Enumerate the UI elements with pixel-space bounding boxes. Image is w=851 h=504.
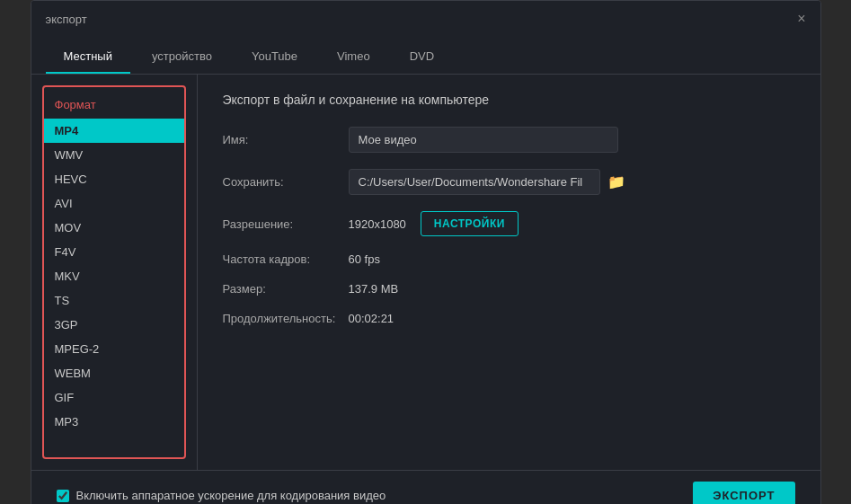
format-list-border: Формат MP4 WMV HEVC AVI MOV F4V MKV TS 3…: [42, 85, 186, 459]
duration-value: 00:02:21: [349, 312, 394, 325]
close-button[interactable]: ×: [797, 12, 805, 37]
format-item-avi[interactable]: AVI: [44, 191, 184, 216]
tab-device[interactable]: устройство: [134, 42, 230, 74]
size-field-row: Размер: 137.9 MB: [223, 282, 795, 296]
section-title: Экспорт в файл и сохранение на компьютер…: [223, 93, 795, 107]
format-item-3gp[interactable]: 3GP: [44, 313, 184, 337]
format-item-webm[interactable]: WEBM: [44, 361, 184, 385]
export-button[interactable]: ЭКСПОРТ: [693, 482, 794, 504]
format-item-mov[interactable]: MOV: [44, 216, 184, 240]
format-item-hevc[interactable]: HEVC: [44, 167, 184, 191]
size-label: Размер:: [223, 282, 349, 296]
resolution-label: Разрешение:: [223, 217, 349, 231]
tab-dvd[interactable]: DVD: [392, 42, 452, 74]
title-tabs-row: экспорт × Местный устройство YouTube Vim…: [46, 12, 806, 74]
fps-label: Частота кадров:: [223, 252, 349, 266]
hardware-acceleration-text: Включить аппаратное ускорение для кодиро…: [76, 489, 386, 502]
resolution-value: 1920x1080: [349, 217, 406, 231]
save-field-row: Сохранить: 📁: [223, 169, 795, 195]
save-path-container: 📁: [349, 169, 625, 195]
format-item-ts[interactable]: TS: [44, 288, 184, 313]
tab-bar: Местный устройство YouTube Vimeo DVD: [46, 42, 806, 74]
export-settings-panel: Экспорт в файл и сохранение на компьютер…: [198, 75, 820, 470]
duration-field-row: Продолжительность: 00:02:21: [223, 312, 795, 325]
bottom-bar: Включить аппаратное ускорение для кодиро…: [31, 470, 820, 504]
tab-youtube[interactable]: YouTube: [234, 42, 315, 74]
format-item-wmv[interactable]: WMV: [44, 143, 184, 167]
name-field-row: Имя:: [223, 127, 795, 153]
format-item-mp3[interactable]: MP3: [44, 410, 184, 434]
format-item-gif[interactable]: GIF: [44, 385, 184, 410]
resolution-controls: 1920x1080 НАСТРОЙКИ: [349, 211, 519, 236]
format-item-mkv[interactable]: MKV: [44, 264, 184, 288]
window-title: экспорт: [46, 13, 87, 37]
format-item-mp4[interactable]: MP4: [44, 119, 184, 143]
duration-label: Продолжительность:: [223, 312, 349, 325]
tab-vimeo[interactable]: Vimeo: [319, 42, 388, 74]
save-label: Сохранить:: [223, 175, 349, 189]
hardware-acceleration-label[interactable]: Включить аппаратное ускорение для кодиро…: [57, 489, 386, 502]
format-item-f4v[interactable]: F4V: [44, 240, 184, 264]
fps-field-row: Частота кадров: 60 fps: [223, 252, 795, 266]
title-bar: экспорт × Местный устройство YouTube Vim…: [31, 1, 820, 75]
tab-local[interactable]: Местный: [46, 42, 130, 74]
name-input[interactable]: [349, 127, 618, 153]
settings-button[interactable]: НАСТРОЙКИ: [421, 211, 519, 236]
export-window: экспорт × Местный устройство YouTube Vim…: [31, 0, 821, 504]
hardware-acceleration-checkbox[interactable]: [57, 490, 69, 502]
format-sidebar: Формат MP4 WMV HEVC AVI MOV F4V MKV TS 3…: [31, 75, 198, 470]
size-value: 137.9 MB: [349, 282, 399, 296]
folder-icon[interactable]: 📁: [607, 173, 625, 190]
format-header: Формат: [44, 94, 184, 119]
fps-value: 60 fps: [349, 252, 380, 266]
resolution-field-row: Разрешение: 1920x1080 НАСТРОЙКИ: [223, 211, 795, 236]
name-label: Имя:: [223, 133, 349, 146]
save-path-input[interactable]: [349, 169, 600, 195]
format-item-mpeg2[interactable]: MPEG-2: [44, 337, 184, 361]
main-content-area: Формат MP4 WMV HEVC AVI MOV F4V MKV TS 3…: [31, 75, 820, 470]
